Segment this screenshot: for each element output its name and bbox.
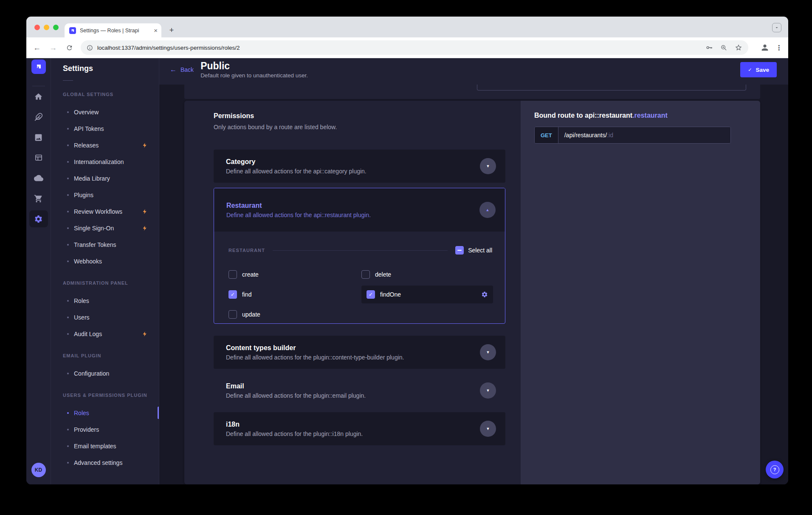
bullet-icon: [67, 211, 69, 212]
back-link[interactable]: ← Back: [170, 66, 194, 73]
checkbox-create[interactable]: [228, 270, 237, 279]
media-library-icon[interactable]: [29, 129, 48, 146]
page-header: ← Back Public Default role given to unau…: [159, 58, 788, 85]
section-users-permissions-plugin: USERS & PERMISSIONS PLUGIN Roles Provide…: [51, 393, 159, 471]
expand-accordion-button[interactable]: ▼: [480, 158, 496, 174]
sidebar-item-email-templates[interactable]: Email templates: [51, 438, 159, 454]
select-all-checkbox[interactable]: [455, 246, 464, 255]
sidebar-item-overview[interactable]: Overview: [51, 104, 159, 120]
lightning-icon: [142, 142, 148, 148]
section-global-settings: GLOBAL SETTINGS Overview API Tokens Rele…: [51, 92, 159, 269]
browser-tab-strip: Settings — Roles | Strapi × +: [26, 17, 788, 37]
description-input-bottom[interactable]: [477, 85, 746, 91]
expand-accordion-button[interactable]: ▼: [480, 382, 496, 399]
permission-create[interactable]: create: [228, 266, 361, 283]
site-info-icon[interactable]: [87, 45, 93, 51]
minimize-window-button[interactable]: [44, 25, 49, 30]
checkbox-update[interactable]: [228, 310, 237, 319]
sidebar-item-up-roles[interactable]: Roles: [51, 405, 159, 421]
sidebar-item-admin-users[interactable]: Users: [51, 309, 159, 325]
permission-delete[interactable]: delete: [361, 266, 493, 283]
page-title: Public: [200, 60, 308, 71]
maximize-window-button[interactable]: [53, 25, 59, 30]
back-button[interactable]: ←: [31, 41, 43, 54]
collapse-accordion-button[interactable]: ▲: [479, 202, 496, 218]
checkbox-findone[interactable]: ✓: [367, 290, 375, 299]
strapi-admin: KD Settings GLOBAL SETTINGS Overview API…: [26, 58, 788, 484]
sidebar-item-internationalization[interactable]: Internationalization: [51, 153, 159, 170]
bullet-icon: [67, 412, 69, 414]
bullet-icon: [67, 161, 69, 163]
profile-avatar-icon[interactable]: [760, 43, 770, 52]
bullet-icon: [67, 128, 69, 130]
content-manager-feather-icon[interactable]: [29, 108, 48, 125]
permissions-card: Permissions Only actions bound by a rout…: [184, 101, 760, 484]
http-method-badge: GET: [535, 127, 558, 143]
accordion-content-types-builder[interactable]: Content types builder Define all allowed…: [214, 336, 505, 369]
close-window-button[interactable]: [34, 25, 40, 30]
checkbox-find[interactable]: ✓: [228, 290, 237, 299]
sidebar-title: Settings: [63, 63, 159, 74]
permission-findone[interactable]: ✓ findOne: [361, 286, 493, 303]
expand-accordion-button[interactable]: ▼: [480, 344, 496, 360]
accordion-i18n[interactable]: i18n Define all allowed actions for the …: [214, 412, 505, 445]
new-tab-button[interactable]: +: [166, 24, 178, 36]
forward-button[interactable]: →: [47, 41, 59, 54]
sidebar-item-webhooks[interactable]: Webhooks: [51, 253, 159, 269]
sidebar-item-plugins[interactable]: Plugins: [51, 187, 159, 203]
zoom-icon[interactable]: [720, 44, 727, 51]
settings-gear-icon[interactable]: [29, 210, 48, 227]
tab-search-chevron-icon[interactable]: [772, 23, 781, 32]
bullet-icon: [67, 317, 69, 318]
sidebar-item-media-library[interactable]: Media Library: [51, 170, 159, 187]
save-button[interactable]: ✓ Save: [740, 62, 777, 77]
tab-close-icon[interactable]: ×: [154, 27, 158, 34]
reload-button[interactable]: [63, 41, 76, 54]
sidebar-item-audit-logs[interactable]: Audit Logs: [51, 325, 159, 342]
url-bar[interactable]: localhost:1337/admin/settings/users-perm…: [81, 40, 748, 55]
accordion-restaurant-header[interactable]: Restaurant Define all allowed actions fo…: [214, 188, 505, 232]
strapi-favicon: [69, 27, 76, 34]
accordion-email[interactable]: Email Define all allowed actions for the…: [214, 374, 505, 407]
bullet-icon: [67, 244, 69, 246]
browser-menu-icon[interactable]: ⋮: [775, 44, 782, 52]
bullet-icon: [67, 227, 69, 229]
permission-update[interactable]: update: [228, 306, 361, 323]
accordion-category[interactable]: Category Define all allowed actions for …: [214, 150, 505, 183]
bookmark-star-icon[interactable]: [735, 44, 742, 51]
user-avatar[interactable]: KD: [31, 463, 46, 477]
sidebar-item-review-workflows[interactable]: Review Workflows: [51, 203, 159, 220]
browser-tab[interactable]: Settings — Roles | Strapi ×: [65, 23, 161, 37]
sidebar-item-advanced-settings[interactable]: Advanced settings: [51, 454, 159, 471]
content-type-builder-layout-icon[interactable]: [29, 149, 48, 166]
bullet-icon: [67, 429, 69, 430]
expand-accordion-button[interactable]: ▼: [480, 421, 496, 437]
settings-gear-icon[interactable]: [481, 291, 488, 298]
question-mark-icon: ?: [770, 465, 779, 474]
sidebar-item-releases[interactable]: Releases: [51, 137, 159, 153]
section-label: ADMINISTRATION PANEL: [63, 280, 159, 286]
sidebar-item-transfer-tokens[interactable]: Transfer Tokens: [51, 236, 159, 253]
lightning-icon: [142, 331, 148, 337]
chevron-down-icon: ▼: [486, 350, 490, 354]
permission-find[interactable]: ✓ find: [228, 286, 361, 303]
strapi-logo[interactable]: [31, 59, 46, 74]
sidebar-item-api-tokens[interactable]: API Tokens: [51, 120, 159, 137]
help-button[interactable]: ?: [766, 461, 784, 478]
permission-checkbox-grid: create delete ✓: [228, 266, 492, 323]
sidebar-item-configuration[interactable]: Configuration: [51, 365, 159, 382]
indeterminate-dash-icon: [457, 250, 462, 251]
main-nav-rail: KD: [26, 58, 51, 484]
cloud-deploy-icon[interactable]: [29, 170, 48, 187]
home-icon[interactable]: [29, 88, 48, 105]
scroll-content[interactable]: Permissions Only actions bound by a rout…: [159, 85, 788, 484]
url-text[interactable]: localhost:1337/admin/settings/users-perm…: [97, 45, 698, 51]
sidebar-item-providers[interactable]: Providers: [51, 421, 159, 438]
checkbox-delete[interactable]: [361, 270, 370, 279]
password-key-icon[interactable]: [705, 44, 713, 51]
marketplace-cart-icon[interactable]: [29, 190, 48, 207]
sidebar-item-admin-roles[interactable]: Roles: [51, 292, 159, 309]
accordion-text: i18n Define all allowed actions for the …: [226, 420, 363, 438]
accordion-restaurant-expanded: Restaurant Define all allowed actions fo…: [214, 188, 505, 324]
sidebar-item-single-sign-on[interactable]: Single Sign-On: [51, 220, 159, 236]
